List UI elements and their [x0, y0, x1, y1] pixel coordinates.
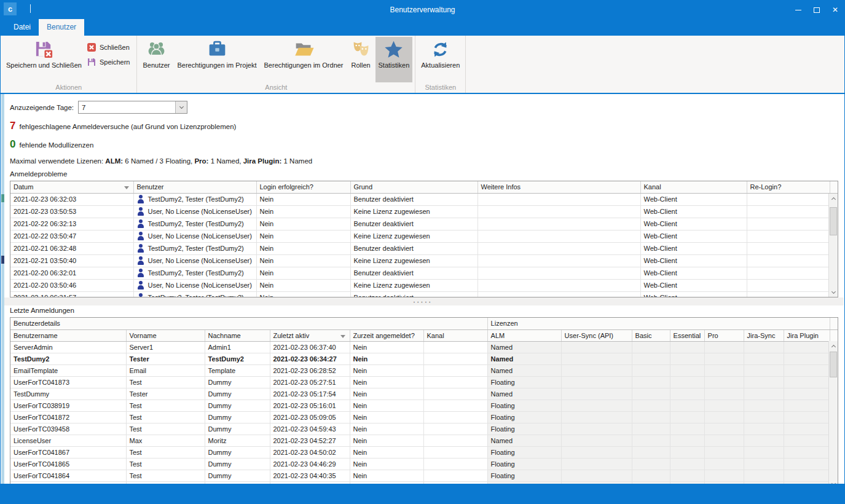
column-header-grund[interactable]: Grund: [350, 181, 478, 193]
column-header-user-sync-api[interactable]: User-Sync (API): [561, 329, 632, 341]
table-row[interactable]: TestDummyTesterDummy2021-02-23 05:17:54N…: [10, 388, 838, 400]
scroll-down-button[interactable]: [829, 288, 838, 297]
table-row[interactable]: UserForTC039458TestDummy2021-02-23 04:59…: [10, 423, 838, 435]
cell-grund: Benutzer deaktiviert: [350, 242, 478, 254]
scrollbar-thumb[interactable]: [830, 207, 837, 235]
column-header-zuletzt-aktiv[interactable]: Zuletzt aktiv: [270, 329, 350, 341]
column-header-label: Essential: [674, 332, 701, 339]
column-header-login-erfolgreich[interactable]: Login erfolgreich?: [256, 181, 350, 193]
save-and-close-button[interactable]: Speichern und Schließen: [3, 37, 85, 82]
column-header-vorname[interactable]: Vorname: [126, 329, 205, 341]
speichern-button[interactable]: Speichern: [85, 55, 135, 68]
statistics-panel: Anzuzeigende Tage: 7 7 fehlgeschlagene A…: [1, 94, 844, 484]
column-header-benutzername[interactable]: Benutzername: [10, 329, 126, 341]
berechtigungen-ordner-button[interactable]: Berechtigungen im Ordner: [261, 37, 347, 82]
table-row[interactable]: 2021-02-21 03:50:40User, No License (NoL…: [10, 254, 838, 267]
scroll-down-button[interactable]: [829, 479, 838, 484]
table-row[interactable]: 2021-02-20 06:32:01TestDumy2, Tester (Te…: [10, 267, 838, 279]
table-row[interactable]: LicenseUserMaxMoritz2021-02-23 04:52:27N…: [10, 435, 838, 446]
collapsed-panel-strip[interactable]: [1, 94, 4, 484]
cell-re-login: [747, 254, 830, 267]
table-row[interactable]: UserForTC038919TestDummy2021-02-23 05:16…: [10, 400, 838, 411]
cell-basic: [632, 364, 670, 376]
cell-vorname: Max: [126, 435, 205, 446]
user-cell: User, No License (NoLicenseUser): [137, 280, 253, 291]
table-row[interactable]: UserForTC041865TestDummy2021-02-23 04:46…: [10, 458, 838, 470]
table-row[interactable]: EmailTemplateEmailTemplate2021-02-23 06:…: [10, 364, 838, 376]
scroll-up-button[interactable]: [829, 341, 838, 350]
column-header-basic[interactable]: Basic: [632, 329, 670, 341]
cell-login-erfolgreich: Nein: [256, 267, 350, 279]
user-icon: [137, 219, 144, 228]
scroll-up-button[interactable]: [829, 194, 838, 203]
column-header-zurzeit-angemeldet[interactable]: Zurzeit angemeldet?: [350, 329, 423, 341]
user-name-text: TestDumy2, Tester (TestDumy2): [148, 294, 244, 297]
schliessen-button[interactable]: Schließen: [85, 41, 135, 53]
rollen-button[interactable]: Rollen: [348, 37, 374, 82]
column-header-datum[interactable]: Datum: [10, 181, 133, 193]
table-row[interactable]: UserForTC041864TestDummy2021-02-23 04:40…: [10, 470, 838, 481]
column-header-kanal[interactable]: Kanal: [423, 329, 487, 341]
cell-zuletzt-aktiv: 2021-02-23 04:40:35: [270, 470, 350, 481]
cell-vorname: Test: [126, 470, 205, 481]
scrollbar-thumb[interactable]: [830, 352, 837, 377]
column-header-jira-sync[interactable]: Jira-Sync: [744, 329, 784, 341]
close-button[interactable]: ✕: [826, 1, 844, 19]
cell-user-sync-api: [561, 423, 632, 435]
table-row[interactable]: 2021-02-23 03:50:53User, No License (NoL…: [10, 205, 838, 218]
cell-grund: Keine Lizenz zugewiesen: [350, 205, 478, 218]
aktualisieren-button[interactable]: Aktualisieren: [418, 37, 463, 82]
table-row[interactable]: 2021-02-22 06:32:13TestDumy2, Tester (Te…: [10, 218, 838, 230]
column-header-pro[interactable]: Pro: [704, 329, 744, 341]
column-header-weitere-infos[interactable]: Weitere Infos: [478, 181, 640, 193]
cell-vorname: Test: [126, 376, 205, 388]
table-row[interactable]: UserForTC041873TestDummy2021-02-23 05:27…: [10, 376, 838, 388]
cell-essential: [670, 388, 704, 400]
table-row[interactable]: 2021-02-20 03:50:46User, No License (NoL…: [10, 279, 838, 291]
cell-pro: [704, 376, 744, 388]
cell-benutzername: TestDummy: [10, 388, 126, 400]
column-header-benutzer[interactable]: Benutzer: [133, 181, 256, 193]
maximize-button[interactable]: [808, 1, 826, 19]
table-row[interactable]: TestDumy2TesterTestDumy22021-02-23 06:34…: [10, 353, 838, 364]
days-dropdown-button[interactable]: [175, 101, 187, 113]
vertical-scrollbar[interactable]: [828, 341, 838, 484]
cell-weitere-infos: [478, 279, 640, 291]
cell-benutzername: UserForTC041872: [10, 411, 126, 423]
ribbon: Speichern und Schließen Schließen: [1, 36, 844, 94]
cell-vorname: Test: [126, 458, 205, 470]
column-header-essential[interactable]: Essential: [670, 329, 704, 341]
failed-logins-text: fehlgeschlagene Anmeldeversuche (auf Gru…: [19, 123, 236, 130]
column-header-kanal[interactable]: Kanal: [640, 181, 747, 193]
tab-benutzer[interactable]: Benutzer: [39, 19, 84, 36]
table-header-row: DatumBenutzerLogin erfolgreich?GrundWeit…: [10, 181, 838, 193]
table-row[interactable]: UserForTC041872TestDummy2021-02-23 05:09…: [10, 411, 838, 423]
vertical-scrollbar[interactable]: [828, 194, 838, 297]
table-row[interactable]: 2021-02-19 06:31:57TestDumy2, Tester (Te…: [10, 291, 838, 297]
tab-datei[interactable]: Datei: [6, 19, 39, 36]
table-row[interactable]: ServerAdminServer1Admin12021-02-23 06:37…: [10, 341, 838, 353]
days-select[interactable]: 7: [78, 101, 187, 114]
cell-basic: [632, 376, 670, 388]
cell-zuletzt-aktiv: 2021-02-23 04:46:29: [270, 458, 350, 470]
column-header-jira-plugin[interactable]: Jira Plugin: [784, 329, 830, 341]
berechtigungen-projekt-button[interactable]: Berechtigungen im Projekt: [175, 37, 260, 82]
minimize-button[interactable]: [789, 1, 808, 19]
cell-jira-plugin: [784, 400, 830, 411]
table-row[interactable]: UserForTC041867TestDummy2021-02-23 04:50…: [10, 446, 838, 458]
button-label: Statistiken: [379, 61, 410, 69]
table-row[interactable]: 2021-02-21 06:32:48TestDumy2, Tester (Te…: [10, 242, 838, 254]
recent-logins-title: Letzte Anmeldungen: [10, 307, 844, 314]
splitter[interactable]: ·····: [1, 297, 844, 305]
column-header-label: Login erfolgreich?: [260, 183, 313, 191]
statistiken-button[interactable]: Statistiken: [375, 37, 413, 82]
ribbon-group-label: Statistiken: [417, 83, 463, 93]
column-header-re-login[interactable]: Re-Login?: [747, 181, 830, 193]
cell-pro: [704, 435, 744, 446]
cell-weitere-infos: [478, 242, 640, 254]
table-row[interactable]: 2021-02-23 06:32:03TestDumy2, Tester (Te…: [10, 193, 838, 205]
column-header-nachname[interactable]: Nachname: [205, 329, 270, 341]
column-header-alm[interactable]: ALM: [487, 329, 561, 341]
table-row[interactable]: 2021-02-22 03:50:47User, No License (NoL…: [10, 230, 838, 242]
benutzer-view-button[interactable]: Benutzer: [140, 37, 173, 82]
